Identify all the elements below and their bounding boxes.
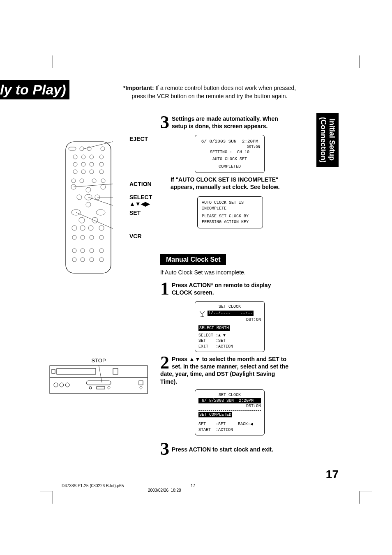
osd-dst: DST:ON	[198, 317, 261, 323]
svg-rect-56	[113, 368, 118, 374]
osd-set-clock-1: SET CLOCK 1/--/---- --:-- DST:ON SELECT …	[195, 301, 265, 352]
svg-point-33	[80, 226, 85, 230]
vcr-svg	[49, 365, 148, 394]
auto-step-3: 3 Settings are made automatically. When …	[160, 115, 292, 130]
svg-point-17	[71, 179, 76, 183]
svg-point-30	[79, 217, 85, 223]
step-text: Press ACTION* on remote to display CLOCK…	[160, 281, 284, 296]
svg-point-11	[90, 162, 94, 166]
osd-title: SET CLOCK	[198, 392, 261, 398]
svg-point-13	[73, 170, 77, 174]
label-eject: EJECT	[129, 136, 148, 142]
step-text: Press ▲▼ to select the month and SET to …	[160, 355, 292, 385]
svg-point-58	[54, 383, 58, 387]
svg-point-59	[60, 383, 64, 387]
svg-rect-63	[97, 387, 105, 389]
manual-step-1: 1 Press ACTION* on remote to display CLO…	[160, 281, 284, 296]
svg-rect-54	[57, 368, 96, 374]
svg-point-37	[81, 235, 85, 240]
svg-point-27	[86, 202, 91, 207]
osd-highlight: SET COMPLETED	[198, 412, 232, 418]
svg-point-46	[90, 258, 94, 262]
svg-point-9	[73, 162, 77, 166]
svg-rect-65	[139, 381, 143, 385]
osd-line: DST:ON	[199, 145, 260, 150]
antenna-icon	[198, 310, 206, 317]
tab-line-2: (Connection)	[319, 117, 327, 163]
svg-rect-0	[66, 142, 111, 273]
important-note: *Important: If a remote control button d…	[107, 84, 312, 100]
step-number: 1	[160, 281, 169, 296]
section-title: Manual Clock Set	[160, 254, 226, 265]
svg-point-7	[90, 155, 94, 159]
label-select-text: SELECT	[129, 194, 152, 200]
remote-svg	[64, 140, 113, 275]
osd-date-row: 6/ 8/2003 SUN 2:20PM	[198, 398, 261, 404]
crop-mark	[360, 491, 372, 491]
step-number: 3	[160, 442, 169, 456]
osd-line: SETTING : CH 10	[199, 150, 260, 155]
svg-rect-1	[69, 147, 76, 150]
svg-rect-57	[50, 377, 148, 378]
updown-arrows-icon: ▲▼	[189, 356, 201, 362]
osd-line: SELECT :▲ ▼	[198, 333, 261, 339]
footer-page: 17	[191, 484, 195, 488]
svg-point-12	[99, 162, 104, 166]
important-text-1: If a remote control button does not work…	[154, 85, 296, 91]
svg-point-10	[81, 162, 85, 166]
crop-mark	[40, 491, 53, 491]
label-action: ACTION	[129, 181, 152, 187]
svg-point-32	[72, 226, 77, 230]
stop-label: STOP	[49, 357, 148, 364]
osd-incomplete: AUTO CLOCK SET IS INCOMPLETE PLEASE SET …	[197, 196, 263, 228]
osd-line: SET :SET BACK:◀	[198, 421, 261, 427]
osd-line: COMPLETED	[199, 164, 260, 170]
svg-rect-61	[86, 381, 111, 385]
svg-point-23	[86, 187, 91, 192]
svg-point-45	[81, 258, 85, 262]
osd-set-clock-2: SET CLOCK 6/ 8/2003 SUN 2:20PM DST:ON SE…	[195, 389, 265, 435]
section-tab: Initial Setup (Connection)	[316, 113, 339, 167]
osd-line: AUTO CLOCK SET	[199, 157, 260, 162]
crop-mark	[360, 68, 372, 68]
svg-point-20	[101, 179, 105, 183]
svg-point-64	[108, 387, 110, 389]
crop-mark	[360, 55, 360, 68]
manual-step-3: 3 Press ACTION to start clock and exit.	[160, 442, 284, 456]
osd-date-row: 1/--/---- --:--	[208, 311, 254, 316]
svg-point-41	[81, 249, 85, 253]
vcr-front-illustration: STOP	[49, 357, 148, 396]
svg-point-44	[72, 258, 76, 262]
svg-point-2	[80, 147, 84, 151]
svg-point-47	[99, 258, 104, 262]
manual-intro: If Auto Clock Set was incomplete.	[160, 269, 246, 276]
osd-dst: DST:ON	[198, 403, 261, 409]
step-text: Press ACTION to start clock and exit.	[160, 442, 284, 453]
osd-line: PRESSING ACTION KEY	[202, 219, 258, 225]
svg-point-35	[99, 226, 104, 230]
step-text: Settings are made automatically. When se…	[160, 115, 292, 130]
important-text-2: press the VCR button on the remote and t…	[131, 93, 287, 99]
svg-point-66	[140, 387, 142, 389]
svg-point-5	[73, 155, 77, 159]
osd-line: AUTO CLOCK SET IS	[202, 200, 258, 206]
svg-point-19	[92, 179, 96, 183]
svg-point-40	[72, 249, 76, 253]
svg-point-18	[80, 179, 84, 183]
osd-line: SET :SET	[198, 338, 261, 344]
svg-point-16	[99, 170, 104, 174]
osd-highlight: SELECT MONTH	[198, 325, 230, 331]
incomplete-note: If "AUTO CLOCK SET IS INCOMPLETE" appear…	[171, 176, 290, 191]
osd-title: SET CLOCK	[198, 304, 261, 310]
important-label: *Important:	[123, 85, 154, 91]
svg-point-43	[99, 249, 104, 253]
select-arrows-icon: ▲▼◀▶	[129, 200, 150, 207]
crop-mark	[360, 491, 360, 504]
osd-line: PLEASE SET CLOCK BY	[202, 214, 258, 219]
svg-point-14	[81, 170, 85, 174]
svg-point-6	[81, 155, 85, 159]
svg-point-8	[99, 155, 104, 159]
osd-line: INCOMPLETE	[202, 206, 258, 212]
page-number: 17	[326, 468, 339, 481]
osd-line: EXIT :ACTION	[198, 344, 261, 350]
